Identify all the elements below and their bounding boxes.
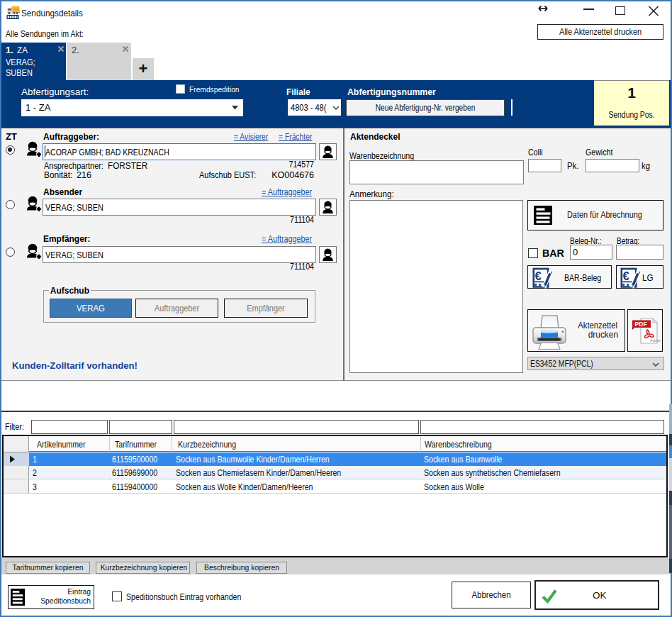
- svg-text:Adobe: Adobe: [650, 338, 661, 343]
- svg-text:€: €: [623, 269, 629, 282]
- svg-text:PDF: PDF: [635, 321, 647, 328]
- svg-text:€: €: [535, 269, 542, 282]
